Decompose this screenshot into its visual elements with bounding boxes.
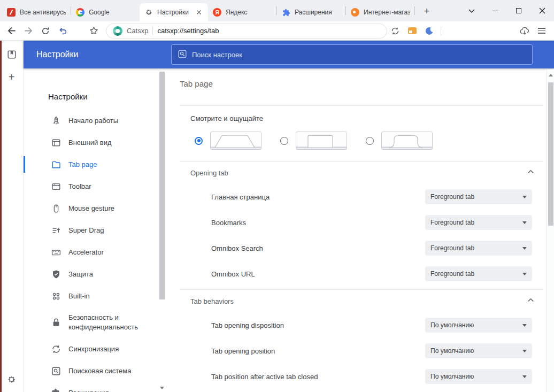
nav-item-label: Поисковая система bbox=[68, 366, 132, 376]
scroll-up-arrow-icon[interactable] bbox=[549, 74, 553, 76]
browser-toolbar: Catsxp catsxp://settings/tab bbox=[0, 21, 554, 41]
nav-scrollbar-thumb[interactable] bbox=[159, 72, 165, 299]
browser-tab-extensions[interactable]: Расширения bbox=[277, 3, 345, 21]
nav-item-protection[interactable]: Защита bbox=[24, 263, 166, 285]
row-label: Tab position after active tab closed bbox=[211, 373, 318, 381]
nav-item-label: Расширения bbox=[68, 388, 109, 392]
settings-row-home-page: Главная страница Foreground tab bbox=[211, 184, 532, 210]
content-scrollbar-thumb[interactable] bbox=[548, 82, 553, 226]
nav-item-accelerator[interactable]: Accelerator bbox=[24, 241, 166, 263]
tab-close-icon[interactable] bbox=[195, 8, 203, 17]
chevron-down-icon[interactable] bbox=[460, 0, 483, 21]
nav-item-search-engine[interactable]: Поисковая система bbox=[24, 360, 166, 382]
screenshot-tool-icon[interactable] bbox=[404, 23, 420, 39]
nav-item-super-drag[interactable]: Super Drag bbox=[24, 219, 166, 241]
nav-item-tab-page[interactable]: Tab page bbox=[24, 153, 166, 175]
dropdown-value: По умолчанию bbox=[430, 321, 474, 329]
settings-row-opening-disposition: Tab opening disposition По умолчанию bbox=[211, 312, 532, 338]
caret-down-icon bbox=[522, 273, 527, 275]
builtin-icon bbox=[51, 291, 61, 301]
tab-shape-preview-trapezoid[interactable] bbox=[210, 132, 261, 150]
shield-icon bbox=[51, 270, 61, 279]
tab-title: Интернет-магаз bbox=[364, 9, 410, 16]
settings-header: Настройки bbox=[24, 41, 554, 68]
dropdown-home-page[interactable]: Foreground tab bbox=[425, 189, 532, 204]
add-panel-button[interactable]: + bbox=[4, 70, 19, 84]
new-tab-button[interactable]: + bbox=[419, 4, 434, 19]
nav-item-getting-started[interactable]: Начало работы bbox=[24, 110, 166, 132]
menu-hamburger-icon[interactable] bbox=[534, 23, 550, 39]
dropdown-opening-position[interactable]: По умолчанию bbox=[425, 343, 532, 358]
dropdown-opening-disposition[interactable]: По умолчанию bbox=[425, 318, 532, 333]
settings-search-input[interactable] bbox=[192, 51, 526, 59]
bookmark-panel-icon[interactable] bbox=[4, 47, 19, 62]
shop-site-icon bbox=[351, 8, 359, 17]
side-panel-rail: + bbox=[0, 41, 24, 392]
tab-shape-preview-rounded[interactable] bbox=[381, 132, 433, 150]
section-header-opening-tab[interactable]: Opening tab bbox=[190, 162, 535, 184]
nav-item-mouse-gesture[interactable]: Mouse gesture bbox=[24, 197, 166, 219]
row-label: Tab opening position bbox=[211, 347, 275, 355]
sync-icon[interactable] bbox=[387, 23, 403, 39]
nav-item-sync[interactable]: Синхронизация bbox=[24, 338, 166, 360]
forward-button[interactable] bbox=[20, 23, 36, 39]
appearance-icon bbox=[51, 138, 61, 148]
dropdown-value: По умолчанию bbox=[430, 347, 474, 355]
nav-item-label: Built-in bbox=[68, 291, 90, 301]
caret-down-icon bbox=[522, 324, 527, 327]
catsxp-logo bbox=[113, 26, 122, 36]
section-header-tab-behaviors[interactable]: Tab behaviors bbox=[190, 290, 535, 312]
caret-down-icon bbox=[522, 196, 527, 198]
nav-item-built-in[interactable]: Built-in bbox=[24, 285, 166, 307]
reload-button[interactable] bbox=[37, 23, 53, 39]
radio-rounded[interactable] bbox=[366, 137, 374, 145]
nav-item-extensions[interactable]: Расширения bbox=[24, 382, 166, 392]
maximize-button[interactable] bbox=[507, 0, 530, 21]
radio-trapezoid-selected[interactable] bbox=[195, 137, 203, 145]
browser-tab-google[interactable]: Google bbox=[71, 3, 140, 21]
address-bar[interactable]: Catsxp catsxp://settings/tab bbox=[106, 24, 387, 39]
settings-content: Tab page Смотрите и ощущайте Opening tab… bbox=[171, 68, 547, 392]
google-icon bbox=[76, 8, 84, 17]
nav-items: Начало работы Внешний вид Tab page Toolb… bbox=[24, 110, 166, 392]
scroll-down-arrow-icon[interactable] bbox=[160, 387, 164, 389]
toolbar-separator bbox=[441, 26, 441, 36]
undo-arrow-button[interactable] bbox=[55, 23, 71, 39]
browser-tab-yandex[interactable]: Я Яндекс bbox=[208, 3, 276, 21]
nav-heading: Настройки bbox=[48, 92, 166, 101]
back-button[interactable] bbox=[3, 23, 19, 39]
nav-item-toolbar[interactable]: Toolbar bbox=[24, 175, 166, 197]
nav-item-label: Начало работы bbox=[68, 116, 118, 126]
dropdown-omnibox-url[interactable]: Foreground tab bbox=[425, 266, 532, 281]
minimize-button[interactable] bbox=[483, 0, 507, 21]
tab-title: Расширения bbox=[295, 9, 341, 16]
dropdown-position-after-close[interactable]: По умолчанию bbox=[425, 369, 532, 384]
search-engine-icon bbox=[51, 366, 61, 376]
look-and-feel-label: Смотрите и ощущайте bbox=[190, 114, 547, 122]
settings-row-position-after-close: Tab position after active tab closed По … bbox=[211, 364, 532, 389]
bookmark-star-icon[interactable] bbox=[86, 23, 102, 39]
tab-shape-preview-square[interactable] bbox=[296, 132, 347, 150]
rail-settings-gear-icon[interactable] bbox=[4, 372, 19, 387]
nav-scrollbar[interactable] bbox=[159, 72, 165, 392]
dropdown-value: Foreground tab bbox=[430, 244, 474, 252]
dropdown-bookmarks[interactable]: Foreground tab bbox=[425, 215, 532, 230]
dark-mode-moon-icon[interactable] bbox=[421, 23, 437, 39]
nav-item-appearance[interactable]: Внешний вид bbox=[24, 132, 166, 153]
browser-tab-settings-active[interactable]: Настройки bbox=[140, 3, 208, 21]
chevron-up-icon[interactable] bbox=[527, 168, 535, 178]
nav-item-privacy[interactable]: Безопасность и конфиденциальность bbox=[24, 307, 166, 338]
radio-square[interactable] bbox=[280, 137, 288, 145]
address-divider bbox=[152, 27, 153, 35]
close-button[interactable] bbox=[530, 0, 554, 21]
browser-tab-antivirus[interactable]: Все антивирусы bbox=[2, 3, 71, 21]
dropdown-omnibox-search[interactable]: Foreground tab bbox=[425, 241, 532, 256]
row-label: Omnibox Search bbox=[211, 244, 263, 252]
browser-tab-shop[interactable]: Интернет-магаз bbox=[346, 3, 414, 21]
chevron-up-icon[interactable] bbox=[527, 296, 535, 306]
settings-search-box[interactable] bbox=[171, 44, 533, 65]
settings-nav: Настройки Начало работы Внешний вид Tab … bbox=[24, 68, 166, 392]
antivirus-site-icon bbox=[7, 8, 16, 17]
download-cloud-icon[interactable] bbox=[517, 23, 533, 39]
content-scrollbar[interactable] bbox=[547, 70, 554, 392]
